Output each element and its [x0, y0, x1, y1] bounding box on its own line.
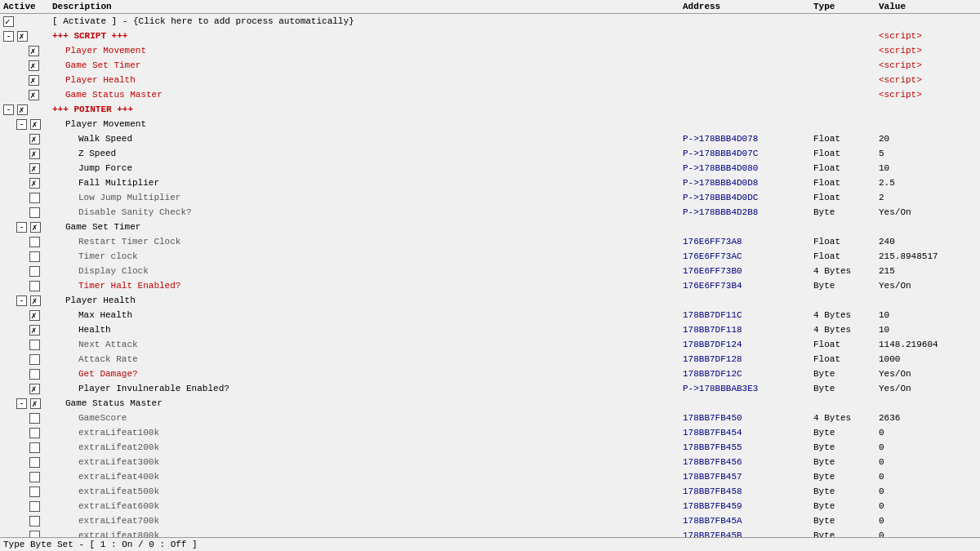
checkbox[interactable] — [29, 266, 40, 277]
val-cell: 215 — [879, 264, 977, 278]
desc-cell: Restart Timer Clock — [78, 235, 683, 248]
checkbox[interactable] — [29, 531, 40, 538]
table-row[interactable]: extraLifeat100k178BB7FB454Byte0 — [0, 425, 980, 440]
table-row[interactable]: Attack Rate178BB7DF128Float1000 — [0, 352, 980, 367]
table-row[interactable]: Game Set Timer<script> — [0, 58, 980, 73]
table-row[interactable]: extraLifeat800k178BB7FB45BByte0 — [0, 528, 980, 537]
checkbox[interactable] — [29, 163, 40, 174]
table-row[interactable]: Player Movement<script> — [0, 43, 980, 58]
checkbox[interactable] — [29, 193, 40, 203]
table-row[interactable]: Jump ForceP->178BBB4D080Float10 — [0, 161, 980, 176]
checkbox[interactable] — [29, 413, 40, 424]
table-row[interactable]: Disable Sanity Check?P->178BBB4D2B8ByteY… — [0, 205, 980, 220]
checkbox[interactable] — [29, 325, 40, 335]
table-row[interactable]: Player Invulnerable Enabled?P->178BBBAB3… — [0, 381, 980, 396]
checkbox[interactable] — [29, 472, 40, 482]
checkbox[interactable] — [29, 237, 40, 247]
checkbox[interactable] — [17, 31, 28, 42]
val-cell: 5 — [879, 147, 977, 160]
checkbox[interactable] — [29, 487, 40, 497]
table-row[interactable]: Walk SpeedP->178BBB4D078Float20 — [0, 131, 980, 146]
checkbox[interactable] — [29, 281, 40, 291]
checkbox[interactable] — [30, 295, 41, 306]
checkbox[interactable] — [30, 222, 41, 233]
checkbox[interactable] — [29, 516, 40, 527]
table-row[interactable]: extraLifeat700k178BB7FB45AByte0 — [0, 513, 980, 528]
table-row[interactable]: Health178BB7DF1184 Bytes10 — [0, 322, 980, 337]
addr-cell: 178BB7DF124 — [683, 338, 813, 351]
type-cell: Byte — [813, 500, 879, 513]
checkbox[interactable] — [29, 46, 39, 56]
table-row[interactable]: Restart Timer Clock176E6FF73A8Float240 — [0, 234, 980, 249]
table-row[interactable]: -Player Movement — [0, 117, 980, 131]
table-row[interactable]: Next Attack178BB7DF124Float1148.219604 — [0, 337, 980, 352]
active-cell — [3, 163, 78, 174]
table-row[interactable]: extraLifeat600k178BB7FB459Byte0 — [0, 499, 980, 513]
type-cell: Float — [813, 250, 879, 263]
table-row[interactable]: Display Clock176E6FF73B04 Bytes215 — [0, 264, 980, 278]
checkbox[interactable] — [29, 60, 39, 71]
checkbox[interactable] — [29, 369, 40, 380]
table-row[interactable]: Game Status Master<script> — [0, 87, 980, 102]
desc-cell: Display Clock — [78, 264, 683, 278]
checkbox[interactable] — [17, 104, 28, 115]
checkbox[interactable] — [29, 90, 39, 100]
table-row[interactable]: -+++ POINTER +++ — [0, 102, 980, 117]
checkbox[interactable] — [29, 442, 40, 453]
table-row[interactable]: extraLifeat500k178BB7FB458Byte0 — [0, 484, 980, 499]
expand-button[interactable]: - — [3, 31, 14, 42]
checkbox[interactable] — [30, 119, 41, 130]
checkbox[interactable] — [29, 207, 40, 218]
checkbox[interactable] — [3, 16, 14, 27]
checkbox[interactable] — [29, 501, 40, 512]
desc-cell: Max Health — [78, 309, 683, 322]
checkbox[interactable] — [29, 340, 40, 350]
table-row[interactable]: extraLifeat400k178BB7FB457Byte0 — [0, 469, 980, 484]
checkbox[interactable] — [29, 384, 40, 394]
active-cell — [3, 487, 78, 497]
expand-button[interactable]: - — [3, 104, 14, 115]
table-row[interactable]: -Game Status Master — [0, 396, 980, 411]
table-row[interactable]: Low Jump MultiplierP->178BBB4D0DCFloat2 — [0, 190, 980, 205]
table-row[interactable]: Fall MultiplierP->178BBB4D0D8Float2.5 — [0, 176, 980, 190]
table-row[interactable]: Get Damage?178BB7DF12CByteYes/On — [0, 367, 980, 381]
table-row[interactable]: [ Activate ] - {Click here to add proces… — [0, 14, 980, 29]
val-cell: 10 — [879, 309, 977, 322]
type-cell: 4 Bytes — [813, 323, 879, 336]
desc-cell: Health — [78, 323, 683, 336]
desc-cell: Game Status Master — [65, 397, 683, 410]
checkbox[interactable] — [29, 134, 40, 144]
table-row[interactable]: -+++ SCRIPT +++<script> — [0, 29, 980, 43]
expand-button[interactable]: - — [16, 398, 27, 409]
active-cell — [3, 134, 78, 144]
table-row[interactable]: -Game Set Timer — [0, 220, 980, 234]
table-row[interactable]: extraLifeat300k178BB7FB456Byte0 — [0, 455, 980, 469]
table-row[interactable]: Timer Halt Enabled?176E6FF73B4ByteYes/On — [0, 278, 980, 293]
type-cell: Float — [813, 235, 879, 248]
table-row[interactable]: Player Health<script> — [0, 73, 980, 87]
checkbox[interactable] — [29, 310, 40, 321]
addr-cell: 178BB7FB457 — [683, 470, 813, 483]
expand-button[interactable]: - — [16, 295, 27, 306]
checkbox[interactable] — [29, 457, 40, 468]
desc-cell: Timer clock — [78, 250, 683, 263]
checkbox[interactable] — [29, 251, 40, 262]
expand-button[interactable]: - — [16, 222, 27, 233]
expand-button[interactable]: - — [16, 119, 27, 130]
checkbox[interactable] — [29, 149, 40, 159]
table-row[interactable]: GameScore178BB7FB4504 Bytes2636 — [0, 411, 980, 425]
checkbox[interactable] — [29, 354, 40, 365]
active-cell — [3, 369, 78, 380]
val-cell: 20 — [879, 132, 977, 145]
checkbox[interactable] — [29, 75, 39, 86]
table-row[interactable]: Z SpeedP->178BBB4D07CFloat5 — [0, 146, 980, 161]
desc-cell: Fall Multiplier — [78, 176, 683, 189]
table-row[interactable]: Timer clock176E6FF73ACFloat215.8948517 — [0, 249, 980, 264]
table-row[interactable]: extraLifeat200k178BB7FB455Byte0 — [0, 440, 980, 455]
checkbox[interactable] — [30, 398, 41, 409]
table-row[interactable]: Max Health178BB7DF11C4 Bytes10 — [0, 308, 980, 322]
checkbox[interactable] — [29, 428, 40, 438]
desc-cell: Player Movement — [65, 44, 683, 57]
checkbox[interactable] — [29, 178, 40, 189]
table-row[interactable]: -Player Health — [0, 293, 980, 308]
